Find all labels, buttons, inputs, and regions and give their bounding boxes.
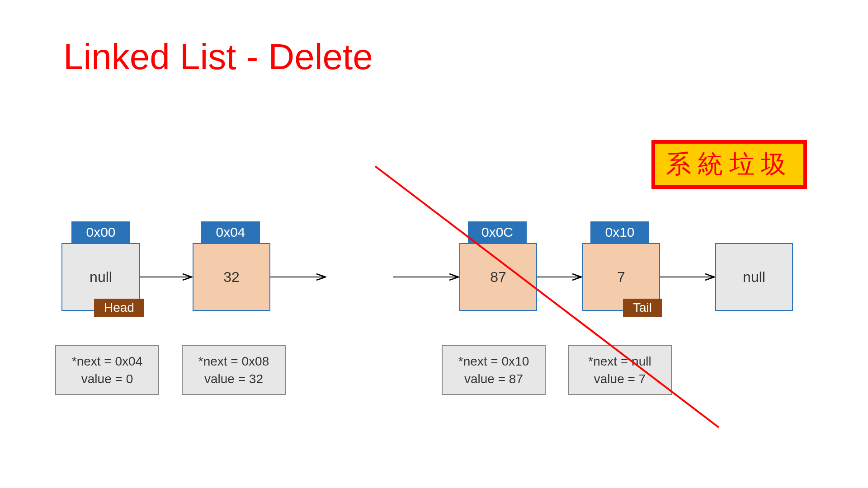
node-3-info: *next = null value = 7 <box>568 345 672 395</box>
node-3-address: 0x10 <box>590 221 649 243</box>
node-2-box: 87 <box>459 243 537 311</box>
node-1-box: 32 <box>193 243 270 311</box>
node-1-value: 32 <box>223 269 240 286</box>
node-3-info-next: *next = null <box>577 352 663 370</box>
page-title: Linked List - Delete <box>63 36 373 78</box>
node-null-box: null <box>715 243 793 311</box>
node-1-info-val: value = 32 <box>191 370 277 388</box>
node-2-address: 0x0C <box>468 221 527 243</box>
garbage-badge: 系統垃圾 <box>651 140 807 189</box>
head-label: Head <box>94 299 144 317</box>
node-2-info-next: *next = 0x10 <box>451 352 537 370</box>
node-2-value: 87 <box>490 269 506 286</box>
node-0-info-val: value = 0 <box>64 370 150 388</box>
node-2-info-val: value = 87 <box>451 370 537 388</box>
node-null-value: null <box>743 269 765 286</box>
node-2-info: *next = 0x10 value = 87 <box>442 345 546 395</box>
node-0-address: 0x00 <box>71 221 130 243</box>
node-1-address: 0x04 <box>201 221 260 243</box>
node-0-info-next: *next = 0x04 <box>64 352 150 370</box>
node-3-value: 7 <box>617 269 625 286</box>
node-3-info-val: value = 7 <box>577 370 663 388</box>
tail-label: Tail <box>623 299 662 317</box>
node-0-value: null <box>90 269 112 286</box>
node-1-info: *next = 0x08 value = 32 <box>182 345 286 395</box>
node-1-info-next: *next = 0x08 <box>191 352 277 370</box>
node-0-info: *next = 0x04 value = 0 <box>55 345 159 395</box>
